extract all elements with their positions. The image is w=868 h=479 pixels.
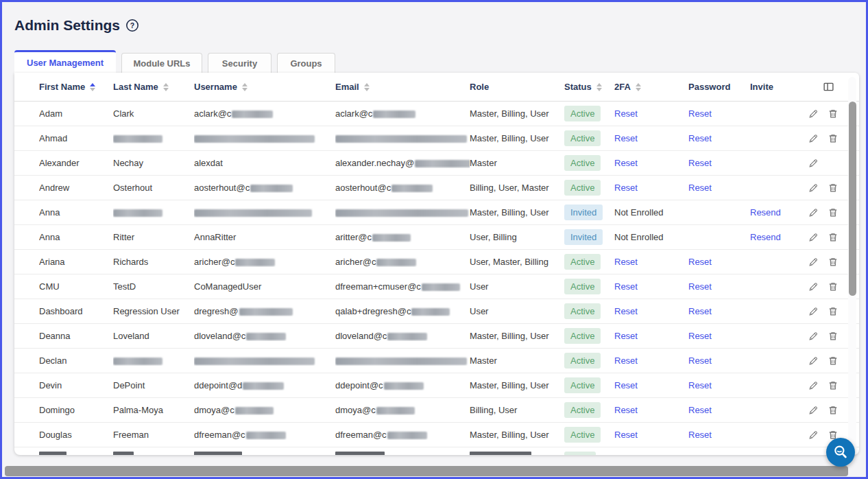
delete-trash-icon[interactable]	[828, 355, 839, 366]
2fa-reset-link[interactable]: Reset	[614, 405, 638, 415]
delete-trash-icon[interactable]	[828, 232, 839, 243]
delete-trash-icon[interactable]	[828, 405, 839, 416]
2fa-reset-link[interactable]: Reset	[614, 355, 638, 366]
cell-username: alexdat	[194, 158, 335, 168]
cell-first-name: Adam	[39, 108, 113, 119]
password-reset-link[interactable]: Reset	[688, 183, 712, 193]
edit-pencil-icon[interactable]	[808, 158, 819, 169]
edit-pencil-icon[interactable]	[808, 355, 819, 366]
cell-status: Invited	[564, 205, 614, 220]
cell-first-name: CMU	[39, 281, 113, 292]
cell-first-name: Ahmad	[39, 133, 113, 143]
cell-password: Reset	[688, 380, 750, 390]
cell-last-name: Loveland	[113, 331, 194, 341]
cell-role: Master, Billing, User	[470, 380, 564, 390]
cell-email: aricher@c	[335, 257, 470, 267]
password-reset-link[interactable]: Reset	[688, 380, 712, 390]
2fa-reset-link[interactable]: Reset	[614, 380, 638, 390]
cell-username: CoManagedUser	[194, 281, 335, 292]
cell-status: Active	[564, 254, 614, 270]
password-reset-link[interactable]: Reset	[688, 355, 712, 366]
vertical-scrollbar-thumb[interactable]	[849, 102, 856, 296]
tab-module-urls[interactable]: Module URLs	[121, 53, 202, 73]
edit-pencil-icon[interactable]	[808, 108, 819, 119]
cell-email	[335, 355, 470, 366]
table-row: AndrewOsterhoutaosterhout@caosterhout@cB…	[14, 176, 859, 200]
delete-trash-icon[interactable]	[828, 257, 839, 268]
edit-pencil-icon[interactable]	[808, 430, 819, 441]
2fa-reset-link[interactable]: Reset	[614, 430, 638, 440]
cell-invite: Resend	[750, 232, 808, 242]
column-header-label: Last Name	[113, 82, 158, 92]
edit-pencil-icon[interactable]	[808, 281, 819, 292]
edit-pencil-icon[interactable]	[808, 331, 819, 342]
column-header-email[interactable]: Email	[335, 82, 470, 92]
delete-trash-icon[interactable]	[828, 380, 839, 391]
edit-pencil-icon[interactable]	[808, 405, 819, 416]
edit-pencil-icon[interactable]	[808, 207, 819, 218]
2fa-reset-link[interactable]: Reset	[614, 281, 638, 292]
2fa-reset-link[interactable]: Reset	[614, 183, 638, 193]
invite-resend-link[interactable]: Resend	[750, 232, 781, 242]
password-reset-link[interactable]: Reset	[688, 257, 712, 267]
svg-text:?: ?	[130, 22, 134, 30]
password-reset-link[interactable]: Reset	[688, 108, 712, 119]
tab-user-management[interactable]: User Management	[14, 50, 116, 73]
2fa-reset-link[interactable]: Reset	[614, 257, 638, 267]
2fa-reset-link[interactable]: Reset	[614, 158, 638, 168]
password-reset-link[interactable]: Reset	[688, 133, 712, 143]
password-reset-link[interactable]: Reset	[688, 158, 712, 168]
edit-pencil-icon[interactable]	[808, 183, 819, 194]
column-picker-icon[interactable]	[823, 81, 834, 93]
edit-pencil-icon[interactable]	[808, 232, 819, 243]
edit-pencil-icon[interactable]	[808, 380, 819, 391]
cell-2fa: Reset	[614, 331, 688, 341]
table-row: ArianaRichardsaricher@caricher@cUser, Ma…	[14, 250, 859, 274]
password-reset-link[interactable]: Reset	[688, 306, 712, 316]
2fa-reset-link[interactable]: Reset	[614, 133, 638, 143]
column-header-2fa[interactable]: 2FA	[614, 82, 688, 92]
delete-trash-icon[interactable]	[828, 183, 839, 194]
2fa-reset-link[interactable]: Reset	[614, 306, 638, 316]
delete-trash-icon[interactable]	[828, 331, 839, 342]
edit-pencil-icon[interactable]	[808, 306, 819, 317]
password-reset-link[interactable]: Reset	[688, 281, 712, 292]
delete-trash-icon[interactable]	[828, 306, 839, 317]
cell-first-name: Douglas	[39, 430, 113, 440]
column-header-username[interactable]: Username	[194, 82, 335, 92]
redacted-bar	[243, 382, 284, 390]
page-title: Admin Settings ?	[14, 17, 139, 34]
tab-security[interactable]: Security	[208, 53, 272, 73]
invite-resend-link[interactable]: Resend	[750, 207, 781, 218]
cell-email: dmoya@c	[335, 405, 470, 415]
edit-pencil-icon[interactable]	[808, 257, 819, 268]
cell-actions	[808, 306, 847, 317]
cell-status: Active	[564, 377, 614, 393]
cell-2fa: Not Enrolled	[614, 207, 688, 218]
edit-pencil-icon[interactable]	[808, 133, 819, 144]
password-reset-link[interactable]: Reset	[688, 430, 712, 440]
password-reset-link[interactable]: Reset	[688, 405, 712, 415]
column-header-last[interactable]: Last Name	[113, 82, 194, 92]
help-icon[interactable]: ?	[125, 19, 139, 32]
password-reset-link[interactable]: Reset	[688, 331, 712, 341]
delete-trash-icon[interactable]	[828, 281, 839, 292]
cell-actions	[808, 380, 847, 391]
column-header-first[interactable]: First Name	[39, 82, 113, 92]
column-header-label: Password	[688, 82, 730, 92]
redacted-bar	[246, 333, 286, 340]
cell-2fa: Reset	[614, 405, 688, 415]
sort-arrows-icon	[242, 83, 248, 91]
horizontal-scrollbar-thumb[interactable]	[5, 466, 848, 476]
delete-trash-icon[interactable]	[828, 108, 839, 119]
table-body: AdamClarkaclark@caclark@cMaster, Billing…	[14, 102, 859, 447]
delete-trash-icon[interactable]	[828, 133, 839, 144]
column-header-status[interactable]: Status	[564, 82, 614, 92]
tab-groups[interactable]: Groups	[277, 53, 335, 73]
cell-email: dfreeman+cmuser@c	[335, 281, 470, 292]
delete-trash-icon[interactable]	[828, 207, 839, 218]
magnifier-fab-button[interactable]	[826, 438, 855, 467]
2fa-reset-link[interactable]: Reset	[614, 331, 638, 341]
status-badge: Active	[564, 155, 601, 171]
2fa-reset-link[interactable]: Reset	[614, 108, 638, 119]
